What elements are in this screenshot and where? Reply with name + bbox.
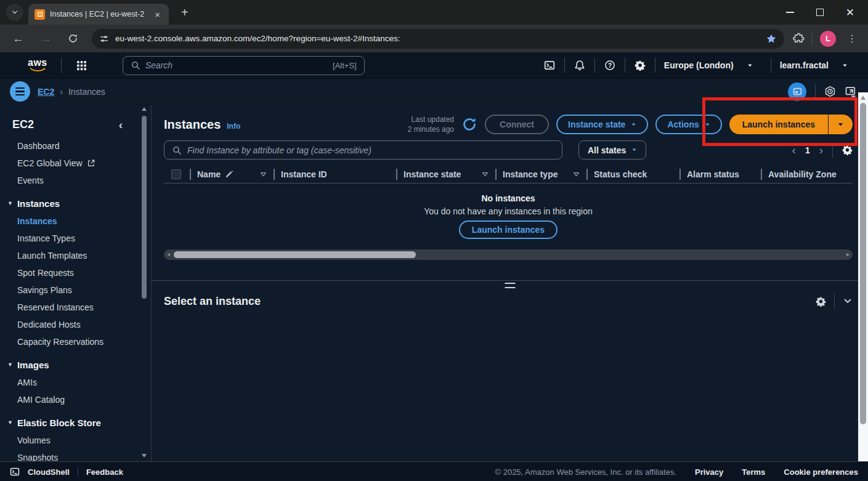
resize-drag-handle[interactable] (505, 283, 515, 288)
apps-grid-icon[interactable] (76, 60, 87, 71)
scrollbar-thumb[interactable] (142, 116, 147, 299)
sidebar-item-instance-types[interactable]: Instance Types (0, 230, 151, 247)
empty-state: No instances You do not have any instanc… (164, 193, 853, 239)
scrollbar-down-icon[interactable] (142, 454, 147, 458)
notifications-bell-icon[interactable] (574, 60, 585, 71)
address-bar[interactable]: eu-west-2.console.aws.amazon.com/ec2/hom… (92, 29, 784, 49)
sidebar-item-reserved-instances[interactable]: Reserved Instances (0, 299, 151, 316)
sidebar-item-instances[interactable]: Instances (0, 212, 151, 230)
column-header-alarm-status[interactable]: Alarm status (681, 169, 761, 179)
all-states-dropdown[interactable]: All states (578, 140, 646, 160)
settings-gear-icon[interactable] (635, 60, 646, 71)
sidebar-section-instances[interactable]: ▼Instances (0, 194, 151, 212)
breadcrumb-ec2-link[interactable]: EC2 (38, 87, 54, 97)
extensions-icon[interactable] (793, 33, 805, 44)
privacy-link[interactable]: Privacy (695, 467, 723, 477)
profile-avatar[interactable]: L (820, 31, 836, 47)
copyright-text: © 2025, Amazon Web Services, Inc. or its… (495, 467, 676, 477)
instance-state-dropdown[interactable]: Instance state (556, 115, 648, 134)
sidebar-item-ami-catalog[interactable]: AMI Catalog (0, 391, 151, 408)
column-header-status-check[interactable]: Status check (588, 169, 679, 179)
column-header-instance-type[interactable]: Instance type (497, 169, 586, 179)
scrollbar-thumb[interactable] (174, 251, 416, 258)
sidebar-item-dedicated-hosts[interactable]: Dedicated Hosts (0, 316, 151, 333)
column-header-instance-state[interactable]: Instance state (397, 169, 495, 179)
sidebar-item-volumes[interactable]: Volumes (0, 432, 151, 449)
reload-icon[interactable] (63, 33, 83, 44)
bookmark-star-icon[interactable] (766, 33, 777, 44)
previous-page-icon[interactable]: ‹ (792, 144, 796, 156)
scrollbar-up-icon[interactable] (861, 95, 866, 100)
sidebar-item-ec2-global-view[interactable]: EC2 Global View (0, 155, 151, 172)
region-selector[interactable]: Europe (London) (664, 60, 762, 70)
scrollbar-thumb[interactable] (860, 103, 866, 424)
edit-pencil-icon (225, 170, 233, 179)
sidebar-collapse-icon[interactable]: ‹ (119, 119, 123, 131)
split-view-icon[interactable] (788, 83, 806, 101)
sidebar-item-launch-templates[interactable]: Launch Templates (0, 247, 151, 264)
sidebar-scrollbar[interactable] (140, 107, 148, 458)
sidebar-item-amis[interactable]: AMIs (0, 374, 151, 391)
next-page-icon[interactable]: › (819, 144, 823, 156)
page-header: Instances Info Last updated 2 minutes ag… (164, 112, 853, 137)
sidebar-item-snapshots[interactable]: Snapshots (0, 449, 151, 461)
menu-hamburger-button[interactable] (10, 81, 30, 102)
details-preferences-gear-icon[interactable] (816, 296, 826, 307)
find-instance-box[interactable] (164, 140, 562, 160)
sidebar-section-elastic-block-store[interactable]: ▼Elastic Block Store (0, 413, 151, 432)
browser-tab[interactable]: Instances | EC2 | eu-west-2 × (28, 4, 169, 25)
console-search-box[interactable]: [Alt+S] (123, 56, 365, 75)
window-close-icon[interactable]: ✕ (846, 7, 854, 18)
sidebar-item-spot-requests[interactable]: Spot Requests (0, 264, 151, 281)
new-window-icon[interactable] (845, 86, 857, 98)
filter-icon[interactable] (572, 171, 580, 179)
window-minimize-icon[interactable] (786, 12, 794, 13)
scroll-left-icon[interactable]: ◂ (167, 251, 170, 257)
cookie-preferences-link[interactable]: Cookie preferences (784, 467, 858, 477)
select-all-checkbox[interactable] (171, 169, 181, 179)
health-status-icon[interactable] (824, 86, 836, 97)
launch-instances-cta-button[interactable]: Launch instances (459, 220, 558, 239)
back-icon[interactable]: ← (7, 32, 29, 46)
scroll-right-icon[interactable]: ▸ (846, 251, 850, 257)
feedback-link[interactable]: Feedback (86, 467, 123, 477)
console-search-input[interactable] (145, 60, 328, 70)
sidebar-item-capacity-reservations[interactable]: Capacity Reservations (0, 333, 151, 350)
cloudshell-terminal-icon[interactable] (544, 60, 555, 71)
sidebar-item-events[interactable]: Events (0, 172, 151, 189)
scrollbar-up-icon[interactable] (142, 107, 147, 111)
vertical-scrollbar[interactable] (858, 92, 868, 471)
details-expand-chevron-icon[interactable] (843, 296, 853, 306)
column-header-availability-zone[interactable]: Availability Zone (762, 169, 853, 179)
site-settings-icon[interactable] (99, 34, 109, 44)
connect-button[interactable]: Connect (485, 115, 549, 134)
refresh-button[interactable] (461, 116, 477, 132)
launch-instances-caret[interactable] (828, 115, 853, 134)
cloudshell-terminal-icon[interactable] (10, 467, 20, 477)
table-preferences-gear-icon[interactable] (842, 145, 853, 155)
tab-search-button[interactable] (6, 4, 23, 21)
help-icon[interactable] (604, 60, 615, 71)
cloudshell-link[interactable]: CloudShell (28, 467, 70, 477)
sidebar-section-images[interactable]: ▼Images (0, 355, 151, 374)
filter-icon[interactable] (259, 171, 267, 179)
sidebar-item-dashboard[interactable]: Dashboard (0, 137, 151, 155)
aws-logo[interactable]: aws (28, 58, 47, 73)
tab-close-icon[interactable]: × (152, 9, 163, 20)
column-header-name[interactable]: Name (191, 169, 274, 179)
horizontal-scrollbar[interactable]: ◂ ▸ (164, 249, 853, 260)
terms-link[interactable]: Terms (742, 467, 765, 477)
new-tab-button[interactable]: + (177, 6, 192, 20)
forward-icon[interactable]: → (35, 32, 57, 46)
sidebar-item-savings-plans[interactable]: Savings Plans (0, 281, 151, 299)
actions-dropdown[interactable]: Actions (655, 115, 721, 134)
filter-icon[interactable] (481, 171, 489, 179)
info-link[interactable]: Info (227, 122, 240, 131)
browser-menu-icon[interactable]: ⋮ (843, 34, 861, 44)
launch-instances-button[interactable]: Launch instances (729, 115, 828, 134)
column-header-instance-id[interactable]: Instance ID (275, 169, 396, 179)
find-instance-input[interactable] (187, 145, 554, 155)
breadcrumb-bar: EC2 › Instances (0, 79, 868, 105)
window-maximize-icon[interactable] (816, 9, 824, 16)
account-menu[interactable]: learn.fractal (780, 60, 857, 70)
